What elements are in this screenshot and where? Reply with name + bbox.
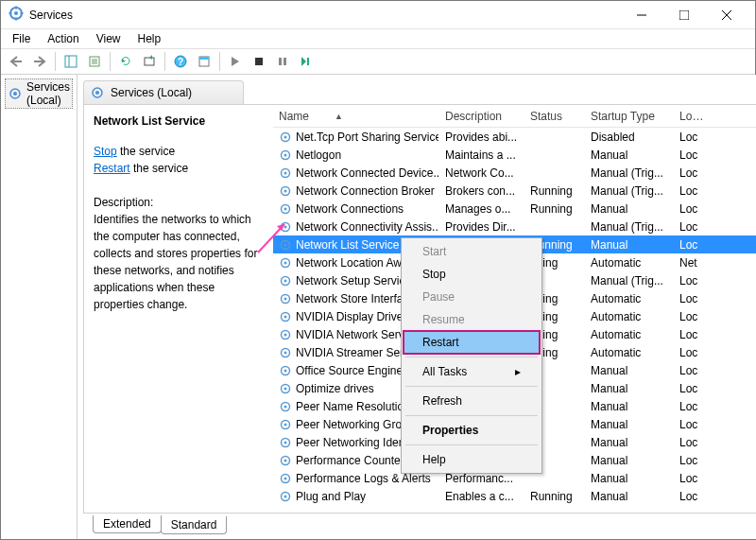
services-icon bbox=[8, 86, 23, 101]
context-stop[interactable]: Stop bbox=[404, 263, 540, 286]
tab-extended[interactable]: Extended bbox=[93, 515, 162, 533]
service-status bbox=[524, 134, 585, 140]
context-help[interactable]: Help bbox=[404, 448, 540, 471]
table-row[interactable]: Network ConnectionsManages o...RunningMa… bbox=[273, 200, 756, 218]
gear-icon bbox=[279, 274, 292, 287]
service-startup: Manual bbox=[585, 379, 674, 398]
table-row[interactable]: Network Connectivity Assis...Provides Di… bbox=[273, 218, 756, 235]
gear-icon bbox=[279, 166, 292, 180]
stop-link[interactable]: Stop bbox=[94, 145, 117, 158]
tree-pane: Services (Local) bbox=[1, 75, 77, 539]
pane-title: Services (Local) bbox=[111, 86, 192, 99]
svg-rect-24 bbox=[307, 58, 309, 65]
service-name: Network Connection Broker bbox=[296, 184, 435, 198]
svg-point-38 bbox=[284, 207, 287, 210]
service-startup: Manual bbox=[585, 146, 674, 165]
back-button[interactable] bbox=[5, 50, 27, 73]
header-status[interactable]: Status bbox=[524, 107, 585, 126]
service-startup: Manual bbox=[585, 451, 674, 470]
service-startup: Automatic bbox=[585, 325, 674, 344]
service-logon: Loc bbox=[674, 379, 712, 398]
context-resume: Resume bbox=[404, 308, 540, 331]
window-controls bbox=[620, 2, 747, 28]
menu-help[interactable]: Help bbox=[130, 30, 169, 47]
stop-service-button[interactable] bbox=[248, 50, 270, 73]
context-refresh[interactable]: Refresh bbox=[404, 390, 540, 412]
main-area: Services (Local) Services (Local) Networ… bbox=[1, 75, 755, 539]
service-logon: Loc bbox=[674, 469, 712, 488]
service-description: Brokers con... bbox=[439, 182, 524, 200]
service-logon: Net bbox=[674, 253, 712, 272]
detail-panel: Network List Service Stop the service Re… bbox=[84, 105, 273, 513]
export-button[interactable] bbox=[83, 50, 106, 73]
service-status bbox=[524, 152, 585, 158]
table-row[interactable]: Net.Tcp Port Sharing ServiceProvides abi… bbox=[273, 128, 756, 146]
header-logon[interactable]: Log On As bbox=[674, 107, 712, 126]
service-logon: Loc bbox=[674, 433, 712, 452]
tab-standard[interactable]: Standard bbox=[161, 516, 228, 534]
menu-view[interactable]: View bbox=[89, 30, 129, 47]
service-startup: Automatic bbox=[585, 307, 674, 326]
service-logon: Loc bbox=[674, 164, 712, 183]
table-row[interactable]: Network Connection BrokerBrokers con...R… bbox=[273, 182, 756, 200]
header-description[interactable]: Description bbox=[439, 107, 524, 126]
show-hide-tree-button[interactable] bbox=[60, 50, 82, 73]
pane-header: Services (Local) bbox=[83, 80, 244, 104]
service-status bbox=[524, 476, 585, 481]
service-startup: Manual bbox=[585, 200, 674, 218]
service-startup: Automatic bbox=[585, 289, 674, 308]
separator bbox=[110, 52, 111, 71]
svg-point-52 bbox=[284, 333, 287, 336]
menu-file[interactable]: File bbox=[5, 30, 38, 47]
context-pause: Pause bbox=[404, 286, 540, 308]
service-status bbox=[524, 170, 585, 176]
svg-point-28 bbox=[95, 91, 99, 95]
svg-point-46 bbox=[284, 279, 287, 282]
start-service-button[interactable] bbox=[224, 50, 247, 73]
service-startup: Manual bbox=[585, 235, 674, 254]
close-button[interactable] bbox=[705, 2, 747, 28]
service-description: Provides Dir... bbox=[439, 218, 524, 236]
gear-icon bbox=[279, 454, 292, 467]
service-logon: Loc bbox=[674, 325, 712, 344]
service-startup: Disabled bbox=[585, 128, 674, 147]
service-description: Manages o... bbox=[439, 200, 524, 218]
service-logon: Loc bbox=[674, 361, 712, 380]
service-name: NVIDIA Network Servi bbox=[296, 328, 406, 341]
svg-rect-20 bbox=[199, 57, 209, 60]
maximize-button[interactable] bbox=[662, 2, 705, 28]
service-name: Network Connectivity Assis... bbox=[296, 220, 439, 234]
titlebar: Services bbox=[1, 1, 755, 29]
svg-point-58 bbox=[284, 387, 287, 390]
svg-point-50 bbox=[284, 315, 287, 318]
context-all-tasks[interactable]: All Tasks▸ bbox=[404, 360, 540, 383]
detail-actions: Stop the service Restart the service bbox=[94, 143, 264, 177]
header-name[interactable]: Name▲ bbox=[273, 107, 439, 126]
header-startup[interactable]: Startup Type bbox=[585, 107, 674, 126]
context-properties[interactable]: Properties bbox=[404, 419, 540, 442]
restart-link[interactable]: Restart bbox=[94, 162, 130, 175]
gear-icon bbox=[279, 418, 292, 431]
service-name: NVIDIA Streamer Serv bbox=[296, 346, 409, 359]
refresh-button[interactable] bbox=[114, 50, 137, 73]
forward-button[interactable] bbox=[28, 50, 51, 73]
properties-button[interactable] bbox=[193, 50, 215, 73]
tree-root-services[interactable]: Services (Local) bbox=[5, 78, 73, 109]
service-startup: Manual (Trig... bbox=[585, 182, 674, 200]
service-startup: Manual bbox=[585, 397, 674, 416]
svg-point-54 bbox=[284, 351, 287, 354]
service-logon: Loc bbox=[674, 200, 712, 218]
minimize-button[interactable] bbox=[620, 2, 662, 28]
menu-action[interactable]: Action bbox=[40, 30, 86, 47]
table-row[interactable]: Plug and PlayEnables a c...RunningManual… bbox=[273, 487, 756, 505]
service-description: Provides abi... bbox=[439, 128, 524, 147]
restart-service-button[interactable] bbox=[295, 50, 318, 73]
pause-service-button[interactable] bbox=[271, 50, 294, 73]
service-startup: Automatic bbox=[585, 253, 674, 272]
help-button[interactable]: ? bbox=[169, 50, 192, 73]
context-restart[interactable]: Restart bbox=[404, 331, 540, 354]
service-name: Netlogon bbox=[296, 148, 341, 162]
export-list-button[interactable] bbox=[138, 50, 161, 73]
table-row[interactable]: Network Connected Device...Network Co...… bbox=[273, 164, 756, 182]
table-row[interactable]: NetlogonMaintains a ...ManualLoc bbox=[273, 146, 756, 164]
